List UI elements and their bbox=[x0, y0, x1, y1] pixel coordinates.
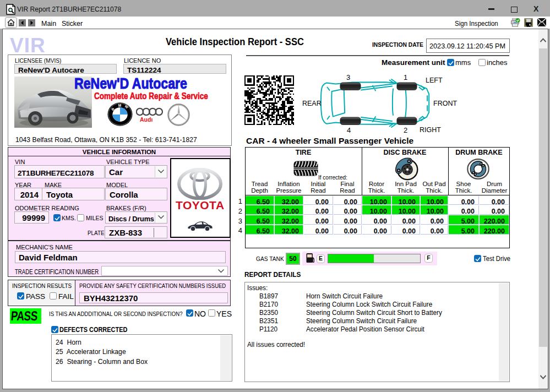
svg-text:M: M bbox=[118, 104, 121, 107]
svg-text:1: 1 bbox=[404, 73, 407, 81]
svg-text:2: 2 bbox=[404, 126, 407, 134]
svg-text:Audı: Audı bbox=[140, 116, 153, 122]
svg-text:4: 4 bbox=[347, 126, 351, 134]
svg-text:3: 3 bbox=[346, 73, 350, 81]
